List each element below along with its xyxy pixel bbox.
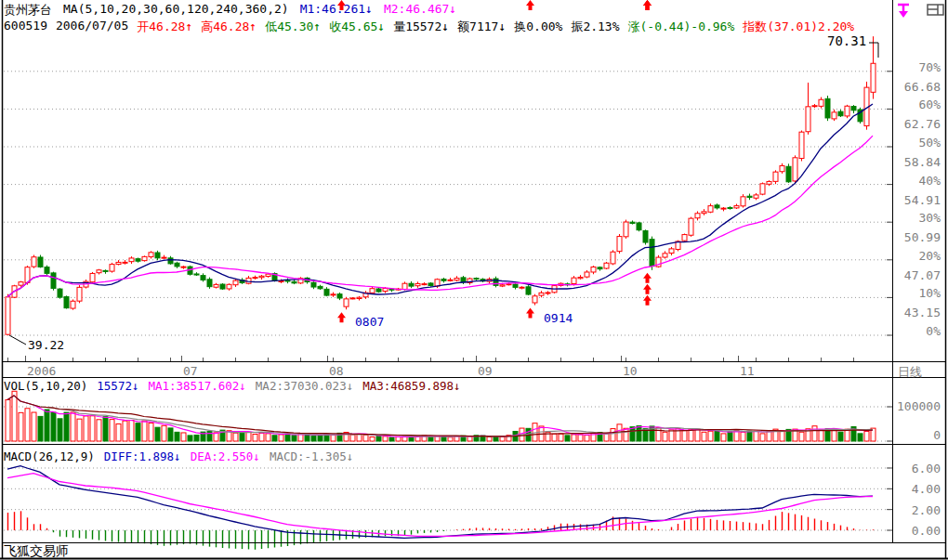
macd-axis-label: 0.00 bbox=[912, 524, 941, 538]
toolbar-icons bbox=[894, 2, 946, 17]
main-chart[interactable] bbox=[0, 0, 948, 560]
y-axis-pct-label: 10% bbox=[919, 286, 941, 300]
header2-token: 开46.28↑ bbox=[137, 19, 192, 35]
x-axis-label: 2006 bbox=[27, 364, 56, 378]
max-price-label: 70.31 bbox=[827, 33, 866, 48]
macd-header-token: DIFF:1.898↓ bbox=[104, 449, 181, 463]
period-label: 日线 bbox=[898, 364, 922, 381]
vol-axis-label: 100000 bbox=[897, 399, 941, 413]
x-axis-label: 11 bbox=[740, 364, 755, 378]
signal-label-0807: 0807 bbox=[355, 315, 384, 329]
y-axis-price-label: 50.99 bbox=[904, 230, 941, 244]
y-axis-price-label: 66.68 bbox=[904, 80, 941, 94]
macd-axis-label: 2.00 bbox=[912, 503, 941, 517]
y-axis-pct-label: 0% bbox=[926, 324, 941, 338]
x-axis-label: 07 bbox=[183, 364, 198, 378]
header2-token: 额7117↓ bbox=[457, 19, 506, 35]
macd-axis-label: 4.00 bbox=[912, 482, 941, 496]
layout-icon[interactable] bbox=[928, 5, 943, 15]
y-axis-price-label: 47.07 bbox=[904, 268, 941, 282]
y-axis-pct-label: 70% bbox=[919, 60, 941, 74]
header-line2: 6005192006/07/05开46.28↑高46.28↑低45.30↑收45… bbox=[4, 19, 889, 35]
y-axis-price-label: 54.91 bbox=[904, 193, 941, 207]
y-axis-pct-label: 50% bbox=[919, 136, 941, 150]
header2-token: 涨(-0.44)-0.96% bbox=[628, 19, 735, 35]
macd-header-token: MACD:-1.305↓ bbox=[270, 449, 353, 463]
header2-token: 振2.13% bbox=[571, 19, 619, 35]
signal-label-0914: 0914 bbox=[544, 311, 573, 325]
vol-indicator-header: VOL(5,10,20)15572↓MA1:38517.602↓MA2:3703… bbox=[4, 379, 461, 393]
vol-header-token: MA2:37030.023↓ bbox=[256, 379, 353, 393]
vol-header-token: MA1:38517.602↓ bbox=[148, 379, 245, 393]
vol-header-token: MA3:46859.898↓ bbox=[362, 379, 460, 393]
macd-indicator-header: MACD(26,12,9)DIFF:1.898↓DEA:2.550↓MACD:-… bbox=[4, 449, 353, 463]
y-axis-pct-label: 20% bbox=[919, 249, 941, 263]
header2-token: 高46.28↑ bbox=[201, 19, 257, 35]
header1-token: 贵州茅台 bbox=[4, 2, 52, 19]
macd-header-token: DEA:2.550↓ bbox=[191, 449, 260, 463]
header2-token: 量15572↓ bbox=[393, 19, 449, 35]
vol-header-token: VOL(5,10,20) bbox=[4, 379, 87, 393]
y-axis-pct-label: 30% bbox=[919, 211, 941, 225]
header2-token: 收45.65↓ bbox=[329, 19, 385, 35]
y-axis-price-label: 58.84 bbox=[904, 155, 941, 169]
header1-token: MA(5,10,20,30,60,120,240,360,2) bbox=[63, 2, 289, 19]
header1-token: M1:46.261↓ bbox=[300, 2, 373, 19]
min-price-label: 39.22 bbox=[28, 338, 64, 352]
x-axis-label: 09 bbox=[478, 364, 493, 378]
header2-token: 2006/07/05 bbox=[56, 19, 128, 35]
vol-axis-label: 0 bbox=[933, 428, 941, 442]
y-axis-price-label: 43.15 bbox=[904, 306, 941, 319]
header2-token: 600519 bbox=[4, 19, 47, 35]
x-axis-label: 08 bbox=[329, 364, 344, 378]
header2-token: 换0.00% bbox=[514, 19, 562, 35]
header1-token: M2:46.467↓ bbox=[384, 2, 456, 19]
header-line1: 贵州茅台MA(5,10,20,30,60,120,240,360,2)M1:46… bbox=[4, 2, 456, 19]
y-axis-pct-label: 40% bbox=[919, 174, 941, 188]
vol-header-token: 15572↓ bbox=[97, 379, 138, 393]
x-axis-label: 10 bbox=[623, 364, 638, 378]
stock-chart-window: 贵州茅台MA(5,10,20,30,60,120,240,360,2)M1:46… bbox=[0, 0, 948, 560]
macd-header-token: MACD(26,12,9) bbox=[4, 449, 95, 463]
pin-icon[interactable] bbox=[898, 5, 909, 18]
y-axis-price-label: 62.76 bbox=[904, 117, 941, 131]
y-axis-pct-label: 60% bbox=[919, 98, 941, 111]
header2-token: 低45.30↑ bbox=[265, 19, 321, 35]
macd-axis-label: 6.00 bbox=[912, 462, 941, 475]
statusbar-app-name: 飞狐交易师 bbox=[4, 543, 69, 560]
